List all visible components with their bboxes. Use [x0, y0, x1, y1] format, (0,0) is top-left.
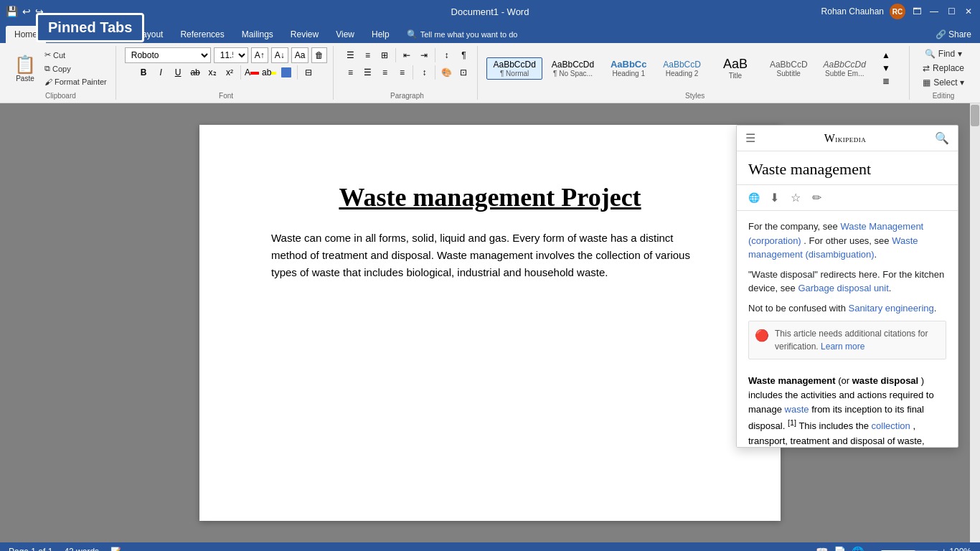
replace-icon: ⇄: [923, 63, 930, 73]
text-color-button[interactable]: A: [244, 65, 260, 80]
font-size-select[interactable]: 11.5: [214, 47, 248, 63]
find-button[interactable]: 🔍 Find ▾: [920, 47, 966, 60]
decrease-indent-button[interactable]: ⇤: [399, 47, 415, 63]
tab-references[interactable]: References: [171, 26, 232, 43]
styles-more-button[interactable]: ≣: [878, 75, 894, 88]
document-title[interactable]: Waste management Project: [271, 182, 709, 212]
shading2-button[interactable]: 🎨: [438, 65, 454, 80]
style-title[interactable]: AaB Title: [710, 55, 760, 82]
zoom-in-button[interactable]: +: [941, 547, 946, 551]
styles-up-button[interactable]: ▲: [878, 49, 894, 62]
style-heading1[interactable]: AaBbCc Heading 1: [603, 57, 654, 80]
increase-indent-button[interactable]: ⇥: [416, 47, 432, 63]
style-heading2[interactable]: AaBbCcD Heading 2: [656, 57, 707, 80]
justify-button[interactable]: ≡: [394, 65, 410, 80]
cut-icon: ✂: [44, 50, 51, 60]
wiki-download-button[interactable]: ⬇: [768, 189, 781, 206]
align-right-button[interactable]: ≡: [377, 65, 392, 80]
scrollbar-thumb[interactable]: [971, 105, 979, 126]
wiki-search-icon[interactable]: 🔍: [935, 131, 949, 145]
line-spacing-button[interactable]: ↕: [416, 65, 432, 80]
italic-button[interactable]: I: [153, 65, 169, 80]
bullet-list-button[interactable]: ☰: [342, 47, 358, 63]
wiki-link-sanitary[interactable]: Sanitary engineering: [848, 303, 933, 314]
document-scrollbar[interactable]: [970, 103, 980, 542]
wiki-menu-icon[interactable]: ☰: [745, 131, 755, 145]
wiki-bookmark-button[interactable]: ☆: [789, 189, 802, 206]
word-count: 42 words: [64, 547, 99, 551]
style-subtitle[interactable]: AaBbCcD Subtitle: [763, 57, 814, 80]
share-button[interactable]: 🔗 Share: [927, 26, 980, 43]
shading-button[interactable]: [278, 65, 294, 80]
user-name: Rohan Chauhan: [821, 6, 884, 17]
decrease-font-button[interactable]: A↓: [271, 47, 288, 63]
styles-down-button[interactable]: ▼: [878, 62, 894, 75]
copy-icon: ⧉: [44, 64, 50, 73]
zoom-out-button[interactable]: —: [870, 547, 878, 551]
tell-me-input[interactable]: 🔍 Tell me what you want to do: [398, 26, 527, 43]
wiki-link-collection[interactable]: collection: [872, 421, 910, 432]
highlight-button[interactable]: ab: [261, 65, 277, 80]
show-formatting-button[interactable]: ¶: [456, 47, 471, 63]
change-case-button[interactable]: 🗑: [311, 47, 327, 63]
borders2-button[interactable]: ⊡: [456, 65, 471, 80]
format-painter-icon: 🖌: [44, 77, 52, 86]
wiki-language-button[interactable]: 🌐: [748, 192, 760, 203]
tab-review[interactable]: Review: [282, 26, 327, 43]
style-subtle-emphasis[interactable]: AaBbCcDd Subtle Em...: [817, 57, 872, 80]
separator-1: [240, 65, 241, 80]
borders-button[interactable]: ⊟: [301, 65, 316, 80]
wiki-notice-text: This article needs additional citations …: [775, 327, 940, 353]
undo-icon[interactable]: ↩: [22, 6, 31, 17]
wiki-learn-more-link[interactable]: Learn more: [821, 342, 864, 352]
bold-button[interactable]: B: [136, 65, 151, 80]
wiki-link-waste[interactable]: waste: [785, 404, 809, 415]
maximize-button[interactable]: ☐: [946, 6, 957, 17]
replace-button[interactable]: ⇄ Replace: [918, 62, 969, 75]
read-mode-icon[interactable]: 📖: [816, 546, 828, 551]
minimize-button[interactable]: —: [928, 6, 940, 17]
ribbon: 📋 Paste ✂ Cut ⧉ Copy 🖌 Format Painter Cl…: [0, 43, 980, 103]
text-color-bar: [250, 72, 259, 75]
style-no-spacing[interactable]: AaBbCcDd ¶ No Spac...: [545, 57, 600, 80]
status-bar: Page 1 of 1 42 words 📝 📖 📄 🌐 — + 100%: [0, 542, 980, 551]
strikethrough-button[interactable]: ab: [187, 65, 203, 80]
restore-icon[interactable]: 🗔: [911, 6, 923, 17]
wiki-edit-button[interactable]: ✏: [811, 189, 823, 206]
tab-help[interactable]: Help: [363, 26, 398, 43]
style-normal[interactable]: AaBbCcDd ¶ Normal: [486, 57, 542, 80]
clear-format-button[interactable]: Aa: [291, 47, 309, 63]
cut-button[interactable]: ✂ Cut: [42, 49, 110, 61]
highlight-bar: [271, 72, 276, 75]
wiki-content: For the company, see Waste Management (c…: [737, 211, 958, 374]
wiki-term-main: Waste management: [748, 375, 836, 386]
copy-button[interactable]: ⧉ Copy: [42, 62, 110, 75]
format-painter-button[interactable]: 🖌 Format Painter: [42, 76, 110, 88]
subscript-button[interactable]: x₂: [204, 65, 220, 80]
tab-view[interactable]: View: [327, 26, 363, 43]
save-icon[interactable]: 💾: [6, 6, 18, 17]
align-left-button[interactable]: ≡: [342, 65, 358, 80]
underline-button[interactable]: U: [170, 65, 186, 80]
select-button[interactable]: ▦ Select ▾: [918, 76, 969, 89]
close-button[interactable]: ✕: [963, 6, 974, 17]
multilevel-list-button[interactable]: ⊞: [377, 47, 392, 63]
increase-font-button[interactable]: A↑: [251, 47, 268, 63]
wiki-link-garbage[interactable]: Garbage disposal unit: [798, 283, 888, 293]
tab-mailings[interactable]: Mailings: [233, 26, 282, 43]
ribbon-tabs: Home Insert Design Layout References Mai…: [0, 23, 980, 43]
numbered-list-button[interactable]: ≡: [359, 47, 375, 63]
align-center-button[interactable]: ☰: [359, 65, 375, 80]
document-body[interactable]: Waste can come in all forms, solid, liqu…: [271, 230, 709, 281]
web-layout-icon[interactable]: 🌐: [852, 546, 864, 551]
wiki-body: Waste management (or waste disposal ) in…: [737, 374, 958, 448]
proofing-icon[interactable]: 📝: [110, 547, 121, 551]
style-heading2-label: Heading 2: [666, 70, 699, 77]
superscript-button[interactable]: x²: [222, 65, 237, 80]
font-label: Font: [125, 90, 328, 100]
style-heading2-preview: AaBbCcD: [663, 60, 701, 70]
print-layout-icon[interactable]: 📄: [834, 546, 846, 551]
paste-button[interactable]: 📋 Paste: [11, 53, 39, 84]
sort-button[interactable]: ↕: [438, 47, 454, 63]
font-family-select[interactable]: Roboto: [125, 47, 211, 63]
